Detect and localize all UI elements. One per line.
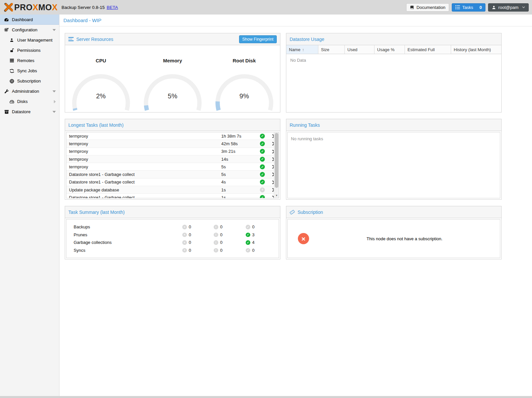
status-ok-icon: ✓ (260, 141, 265, 146)
tasks-button[interactable]: Tasks 0 (452, 3, 485, 12)
longest-tasks-panel: Longest Tasks (last Month) termproxy 1h … (65, 119, 280, 200)
subscription-panel: Subscription × This node does not have a… (286, 206, 502, 259)
root-disk-gauge-value: 9% (213, 92, 276, 100)
task-summary-panel: Task Summary (last Month) Backups ×0 !0 … (65, 206, 280, 259)
ticket-icon (290, 210, 295, 215)
show-fingerprint-button[interactable]: Show Fingerprint (239, 35, 277, 43)
error-count-icon: × (182, 233, 187, 237)
server-stack-icon (9, 58, 14, 63)
error-count-icon: × (182, 248, 187, 253)
task-row[interactable]: termproxy 14s ✓ (66, 155, 279, 163)
sidebar-item-sync-jobs[interactable]: Sync Jobs (0, 66, 59, 76)
summary-row-garbage-collections: Garbage collections ×0 !0 ✓4 (66, 239, 279, 247)
task-summary-rows: Backups ×0 !0 ✓0 Prunes ×0 !0 ✓3 (66, 219, 279, 254)
running-tasks-empty-text: No running tasks (288, 132, 500, 145)
column-header-history[interactable]: History (last Month) (451, 45, 501, 54)
summary-row-syncs: Syncs ×0 !0 ✓0 (66, 247, 279, 254)
task-row[interactable]: Datastore store1 - Garbage collect 1s ✓ (66, 194, 279, 198)
running-tasks-panel: Running Tasks No running tasks (286, 119, 502, 200)
server-resources-panel: Server Resources Show Fingerprint CPU (65, 33, 280, 113)
column-header-size[interactable]: Size (318, 45, 345, 54)
hdd-icon (9, 99, 14, 104)
memory-gauge-value: 5% (141, 92, 204, 100)
datastore-usage-title: Datastore Usage (290, 37, 324, 42)
documentation-button[interactable]: Documentation (406, 3, 449, 12)
page-title-bar: Dashboard - WIP (59, 15, 532, 26)
chevron-down-icon (522, 6, 525, 8)
proxmox-logo: PROXMOX (4, 3, 57, 12)
product-subtitle: Backup Server 0.8-15 (61, 5, 105, 10)
column-header-used[interactable]: Used (345, 45, 374, 54)
summary-row-prunes: Prunes ×0 !0 ✓3 (66, 231, 279, 239)
running-tasks-title: Running Tasks (290, 122, 320, 128)
sidebar-item-subscription[interactable]: Subscription (0, 76, 59, 86)
tasks-count-badge: 0 (479, 5, 482, 10)
sidebar-item-datastore[interactable]: Datastore (0, 107, 59, 117)
expand-caret-icon[interactable] (53, 29, 56, 31)
archive-icon (4, 109, 9, 114)
cpu-gauge: CPU 2% (65, 45, 137, 112)
unlock-icon (9, 48, 14, 53)
ok-count-icon: ✓ (246, 240, 250, 245)
user-icon (492, 5, 496, 10)
sidebar: Dashboard Configuration User Management … (0, 15, 59, 396)
column-header-estimated-full[interactable]: Estimated Full (405, 45, 451, 54)
tachometer-icon (4, 17, 9, 22)
ok-count-icon: ✓ (246, 248, 250, 253)
sync-icon (9, 68, 14, 73)
datastore-table-header: Name ↑ Size Used Usage % Estimated Full … (286, 45, 501, 54)
longest-tasks-title: Longest Tasks (last Month) (68, 122, 124, 128)
sidebar-item-remotes[interactable]: Remotes (0, 55, 59, 66)
beta-link[interactable]: BETA (107, 5, 118, 10)
bottom-strip (0, 396, 532, 398)
ok-count-icon: ✓ (246, 225, 250, 229)
sidebar-item-administration[interactable]: Administration (0, 86, 59, 96)
datastore-empty-text: No Data (286, 54, 501, 66)
expand-caret-icon[interactable] (53, 90, 56, 92)
user-menu-button[interactable]: root@pam (488, 3, 529, 12)
status-ok-icon: ✓ (260, 195, 265, 198)
scrollbar-thumb[interactable] (275, 133, 278, 188)
scrollbar[interactable]: ▼ (274, 132, 279, 198)
warning-count-icon: ! (214, 240, 218, 245)
book-icon (410, 5, 414, 10)
column-header-usage-pct[interactable]: Usage % (374, 45, 405, 54)
task-row[interactable]: Datastore store1 - Garbage collect 4s ✓ (66, 179, 279, 186)
sidebar-item-user-management[interactable]: User Management (0, 35, 59, 45)
proxmox-x-logo-icon (4, 3, 13, 12)
sidebar-item-permissions[interactable]: Permissions (0, 45, 59, 55)
sidebar-item-disks[interactable]: Disks (0, 96, 59, 107)
task-row[interactable]: Datastore store1 - Garbage collect 5s ✓ (66, 171, 279, 178)
gears-icon (4, 27, 9, 32)
status-ok-icon: ✓ (260, 157, 265, 162)
expand-caret-icon[interactable] (54, 100, 56, 103)
subscription-title: Subscription (298, 210, 323, 215)
task-row[interactable]: termproxy 1h 38m 7s ✓ (66, 132, 279, 140)
sidebar-item-dashboard[interactable]: Dashboard (0, 15, 59, 25)
column-header-name[interactable]: Name ↑ (286, 45, 318, 54)
expand-caret-icon[interactable] (53, 111, 56, 113)
resource-gauges: CPU 2% Memory (65, 45, 280, 112)
task-row[interactable]: Update package database 1s ? (66, 186, 279, 194)
top-bar: PROXMOX Backup Server 0.8-15 BETA Docume… (0, 0, 532, 15)
longest-tasks-list: termproxy 1h 38m 7s ✓ termproxy 42m 58s … (66, 132, 279, 198)
task-list-icon (455, 5, 460, 9)
page-title: Dashboard - WIP (63, 17, 101, 23)
status-ok-icon: ✓ (260, 149, 265, 154)
status-ok-icon: ✓ (260, 180, 265, 184)
sidebar-item-configuration[interactable]: Configuration (0, 25, 59, 35)
error-count-icon: × (182, 225, 187, 229)
task-row[interactable]: termproxy 42m 58s ✓ (66, 140, 279, 148)
status-ok-icon: ✓ (260, 164, 265, 169)
memory-gauge: Memory 5% (137, 45, 208, 112)
sort-ascending-icon: ↑ (302, 47, 304, 52)
task-row[interactable]: termproxy 5s ✓ (66, 163, 279, 171)
task-summary-title: Task Summary (last Month) (68, 210, 124, 215)
server-resources-title: Server Resources (76, 37, 113, 42)
status-ok-icon: ✓ (260, 134, 265, 139)
cpu-gauge-value: 2% (70, 92, 132, 100)
status-unknown-icon: ? (260, 187, 265, 192)
scrollbar-down-arrow-icon[interactable]: ▼ (274, 193, 279, 198)
warning-count-icon: ! (214, 233, 218, 237)
task-row[interactable]: termproxy 3m 21s ✓ (66, 148, 279, 155)
